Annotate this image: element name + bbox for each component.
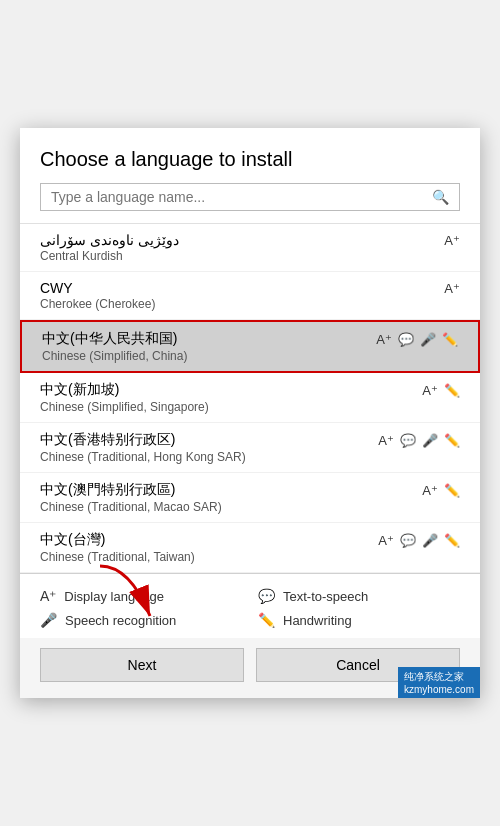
- speech-legend-icon: 💬: [258, 588, 275, 604]
- lang-icon-group: A⁺ 💬 🎤 ✏️: [378, 533, 460, 548]
- legend-handwriting-label: Handwriting: [283, 613, 352, 628]
- legend-display-label: Display language: [64, 589, 164, 604]
- lang-icon-group: A⁺ 💬 🎤 ✏️: [378, 433, 460, 448]
- search-icon: 🔍: [432, 189, 449, 205]
- lang-native-text: 中文(澳門特别行政區): [40, 481, 175, 499]
- list-item[interactable]: 中文(澳門特别行政區) A⁺ ✏️ Chinese (Traditional, …: [20, 473, 480, 523]
- lang-english-text: Chinese (Traditional, Taiwan): [40, 550, 460, 564]
- legend-speech-recognition: 🎤 Speech recognition: [40, 612, 242, 628]
- language-install-dialog: Choose a language to install 🔍 دوێژیی نا…: [20, 128, 480, 698]
- speech-icon: 💬: [398, 332, 414, 347]
- font-icon: A⁺: [378, 533, 394, 548]
- handwriting-icon: ✏️: [444, 433, 460, 448]
- lang-english-text: Cherokee (Cherokee): [40, 297, 460, 311]
- mic-icon: 🎤: [420, 332, 436, 347]
- lang-native-text: CWY: [40, 280, 73, 296]
- lang-english-text: Central Kurdish: [40, 249, 460, 263]
- font-icon: A⁺: [422, 483, 438, 498]
- handwriting-icon: ✏️: [442, 332, 458, 347]
- lang-icon-group: A⁺ ✏️: [422, 483, 460, 498]
- font-icon: A⁺: [444, 281, 460, 296]
- watermark: 纯净系统之家 kzmyhome.com: [398, 667, 480, 698]
- font-icon: A⁺: [378, 433, 394, 448]
- speech-icon: 💬: [400, 433, 416, 448]
- list-item-selected[interactable]: 中文(中华人民共和国) A⁺ 💬 🎤 ✏️ Chinese (Simplifie…: [20, 320, 480, 373]
- legend-display-language: A⁺ Display language: [40, 588, 242, 604]
- list-item[interactable]: دوێژیی ناوەندی سۆرانی A⁺ Central Kurdish: [20, 224, 480, 272]
- handwriting-icon: ✏️: [444, 483, 460, 498]
- list-item[interactable]: CWY A⁺ Cherokee (Cherokee): [20, 272, 480, 320]
- font-icon: A⁺: [422, 383, 438, 398]
- dialog-title: Choose a language to install: [20, 128, 480, 183]
- lang-native-text: 中文(中华人民共和国): [42, 330, 177, 348]
- font-icon: A⁺: [444, 233, 460, 248]
- search-box[interactable]: 🔍: [40, 183, 460, 211]
- lang-native-text: 中文(香港特别行政区): [40, 431, 175, 449]
- legend-tts-label: Text-to-speech: [283, 589, 368, 604]
- handwriting-icon: ✏️: [444, 533, 460, 548]
- font-icon: A⁺: [376, 332, 392, 347]
- legend-speech-label: Speech recognition: [65, 613, 176, 628]
- lang-native-text: 中文(新加坡): [40, 381, 119, 399]
- font-legend-icon: A⁺: [40, 588, 56, 604]
- language-list: دوێژیی ناوەندی سۆرانی A⁺ Central Kurdish…: [20, 223, 480, 573]
- legend-section: A⁺ Display language 💬 Text-to-speech 🎤 S…: [20, 573, 480, 638]
- handwriting-legend-icon: ✏️: [258, 612, 275, 628]
- list-item[interactable]: 中文(台灣) A⁺ 💬 🎤 ✏️ Chinese (Traditional, T…: [20, 523, 480, 573]
- list-item[interactable]: 中文(香港特别行政区) A⁺ 💬 🎤 ✏️ Chinese (Tradition…: [20, 423, 480, 473]
- speech-icon: 💬: [400, 533, 416, 548]
- lang-english-text: Chinese (Traditional, Hong Kong SAR): [40, 450, 460, 464]
- handwriting-icon: ✏️: [444, 383, 460, 398]
- lang-english-text: Chinese (Simplified, China): [42, 349, 458, 363]
- lang-english-text: Chinese (Simplified, Singapore): [40, 400, 460, 414]
- legend-handwriting: ✏️ Handwriting: [258, 612, 460, 628]
- lang-icon-group: A⁺: [444, 281, 460, 296]
- mic-legend-icon: 🎤: [40, 612, 57, 628]
- lang-english-text: Chinese (Traditional, Macao SAR): [40, 500, 460, 514]
- legend-text-to-speech: 💬 Text-to-speech: [258, 588, 460, 604]
- lang-icon-group: A⁺ ✏️: [422, 383, 460, 398]
- next-button[interactable]: Next: [40, 648, 244, 682]
- lang-native-text: 中文(台灣): [40, 531, 105, 549]
- mic-icon: 🎤: [422, 533, 438, 548]
- lang-icon-group: A⁺ 💬 🎤 ✏️: [376, 332, 458, 347]
- lang-icon-group: A⁺: [444, 233, 460, 248]
- list-item[interactable]: 中文(新加坡) A⁺ ✏️ Chinese (Simplified, Singa…: [20, 373, 480, 423]
- lang-native-text: دوێژیی ناوەندی سۆرانی: [40, 232, 179, 248]
- mic-icon: 🎤: [422, 433, 438, 448]
- search-input[interactable]: [51, 189, 432, 205]
